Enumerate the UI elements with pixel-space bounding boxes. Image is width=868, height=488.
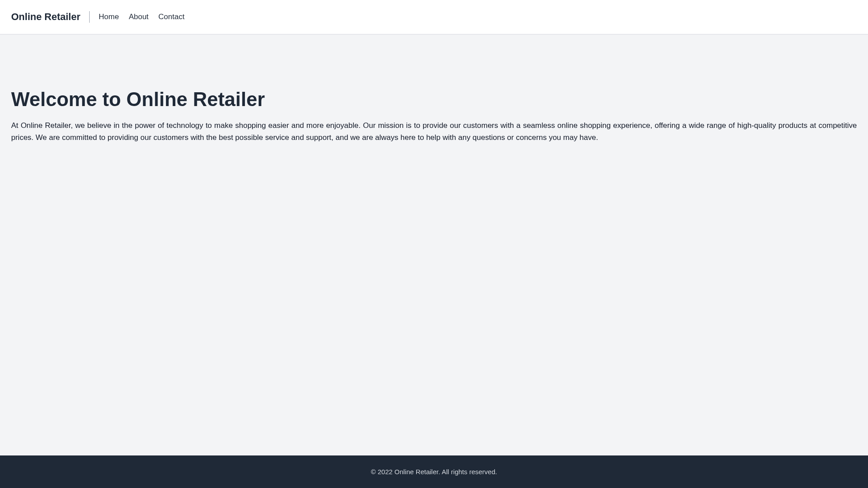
nav-link-about[interactable]: About <box>129 12 149 21</box>
page-title: Welcome to Online Retailer <box>11 88 857 111</box>
main-content: Welcome to Online Retailer At Online Ret… <box>0 35 868 455</box>
main-nav: Home About Contact <box>90 12 184 21</box>
intro-paragraph: At Online Retailer, we believe in the po… <box>11 119 857 144</box>
nav-link-home[interactable]: Home <box>99 12 119 21</box>
nav-link-contact[interactable]: Contact <box>158 12 185 21</box>
brand-logo[interactable]: Online Retailer <box>11 11 90 23</box>
header: Online Retailer Home About Contact <box>0 0 868 35</box>
footer: © 2022 Online Retailer. All rights reser… <box>0 455 868 488</box>
copyright-text: © 2022 Online Retailer. All rights reser… <box>12 468 856 476</box>
